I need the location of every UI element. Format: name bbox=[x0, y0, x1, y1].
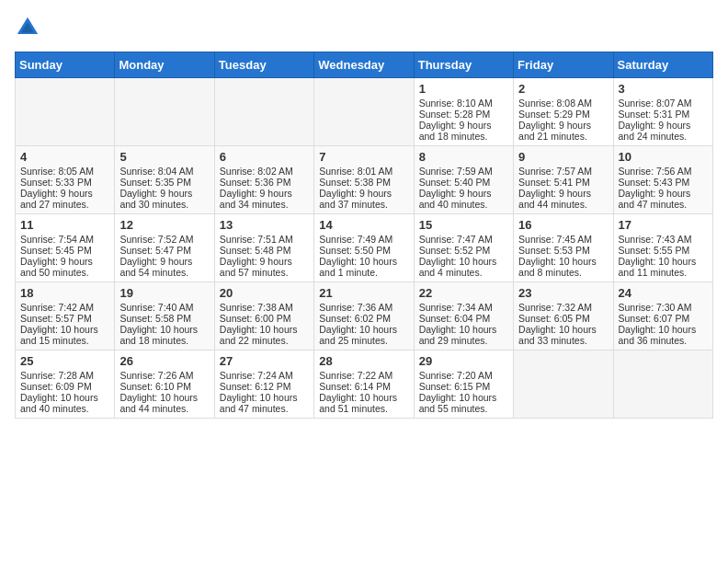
day-info: Sunrise: 7:54 AM bbox=[20, 234, 109, 245]
day-info: Sunset: 5:48 PM bbox=[220, 245, 309, 256]
day-info: Sunset: 6:14 PM bbox=[319, 381, 408, 392]
day-number: 1 bbox=[419, 82, 508, 96]
day-info: Sunset: 6:00 PM bbox=[220, 313, 309, 324]
calendar-week-5: 25Sunrise: 7:28 AMSunset: 6:09 PMDayligh… bbox=[16, 350, 713, 419]
day-info: Sunrise: 7:40 AM bbox=[119, 302, 209, 313]
calendar-cell: 6Sunrise: 8:02 AMSunset: 5:36 PMDaylight… bbox=[214, 146, 313, 214]
day-number: 24 bbox=[619, 286, 708, 300]
column-header-tuesday: Tuesday bbox=[214, 52, 313, 78]
day-info: Sunrise: 7:30 AM bbox=[619, 302, 708, 313]
day-number: 19 bbox=[119, 286, 209, 300]
calendar-week-1: 1Sunrise: 8:10 AMSunset: 5:28 PMDaylight… bbox=[16, 78, 713, 146]
day-info: Daylight: 10 hours and 40 minutes. bbox=[20, 392, 109, 414]
day-info: Daylight: 10 hours and 22 minutes. bbox=[220, 324, 309, 346]
calendar-cell: 8Sunrise: 7:59 AMSunset: 5:40 PMDaylight… bbox=[414, 146, 513, 214]
day-info: Sunrise: 7:42 AM bbox=[20, 302, 109, 313]
day-info: Daylight: 9 hours and 50 minutes. bbox=[20, 256, 109, 278]
column-header-saturday: Saturday bbox=[613, 52, 712, 78]
day-number: 4 bbox=[20, 150, 109, 164]
day-info: Sunset: 5:35 PM bbox=[119, 177, 209, 188]
day-info: Daylight: 10 hours and 47 minutes. bbox=[220, 392, 309, 414]
day-info: Daylight: 9 hours and 24 minutes. bbox=[619, 120, 708, 142]
day-info: Daylight: 10 hours and 11 minutes. bbox=[619, 256, 708, 278]
day-info: Sunset: 5:28 PM bbox=[419, 109, 508, 120]
day-info: Sunrise: 7:36 AM bbox=[319, 302, 408, 313]
calendar-cell bbox=[514, 350, 613, 419]
day-info: Sunset: 5:58 PM bbox=[119, 313, 209, 324]
day-number: 25 bbox=[20, 354, 109, 368]
day-info: Sunset: 6:02 PM bbox=[319, 313, 408, 324]
calendar-cell: 4Sunrise: 8:05 AMSunset: 5:33 PMDaylight… bbox=[16, 146, 115, 214]
day-info: Sunrise: 7:56 AM bbox=[619, 166, 708, 177]
day-info: Daylight: 10 hours and 4 minutes. bbox=[419, 256, 508, 278]
day-info: Sunrise: 7:20 AM bbox=[419, 370, 508, 381]
day-info: Sunset: 5:43 PM bbox=[619, 177, 708, 188]
calendar-cell: 9Sunrise: 7:57 AMSunset: 5:41 PMDaylight… bbox=[514, 146, 613, 214]
day-info: Sunset: 6:15 PM bbox=[419, 381, 508, 392]
day-info: Daylight: 10 hours and 44 minutes. bbox=[119, 392, 209, 414]
calendar-cell: 2Sunrise: 8:08 AMSunset: 5:29 PMDaylight… bbox=[514, 78, 613, 146]
calendar-cell: 1Sunrise: 8:10 AMSunset: 5:28 PMDaylight… bbox=[414, 78, 513, 146]
day-number: 27 bbox=[220, 354, 309, 368]
day-info: Sunrise: 7:52 AM bbox=[119, 234, 209, 245]
day-info: Sunset: 6:10 PM bbox=[119, 381, 209, 392]
day-info: Sunrise: 7:51 AM bbox=[220, 234, 309, 245]
day-info: Sunset: 6:09 PM bbox=[20, 381, 109, 392]
calendar-cell: 26Sunrise: 7:26 AMSunset: 6:10 PMDayligh… bbox=[115, 350, 214, 419]
day-info: Sunset: 5:41 PM bbox=[518, 177, 608, 188]
day-info: Sunrise: 7:22 AM bbox=[319, 370, 408, 381]
day-number: 7 bbox=[319, 150, 408, 164]
day-number: 23 bbox=[518, 286, 608, 300]
day-number: 9 bbox=[518, 150, 608, 164]
day-info: Daylight: 10 hours and 25 minutes. bbox=[319, 324, 408, 346]
day-info: Daylight: 9 hours and 21 minutes. bbox=[518, 120, 608, 142]
calendar-cell: 19Sunrise: 7:40 AMSunset: 5:58 PMDayligh… bbox=[115, 282, 214, 350]
day-info: Daylight: 9 hours and 34 minutes. bbox=[220, 188, 309, 210]
calendar-cell: 12Sunrise: 7:52 AMSunset: 5:47 PMDayligh… bbox=[115, 214, 214, 282]
column-header-monday: Monday bbox=[115, 52, 214, 78]
day-info: Sunset: 5:45 PM bbox=[20, 245, 109, 256]
day-info: Sunrise: 8:02 AM bbox=[220, 166, 309, 177]
day-info: Daylight: 9 hours and 54 minutes. bbox=[119, 256, 209, 278]
day-info: Sunrise: 8:07 AM bbox=[619, 98, 708, 109]
day-number: 13 bbox=[220, 218, 309, 232]
day-info: Sunrise: 7:57 AM bbox=[518, 166, 608, 177]
calendar-cell: 10Sunrise: 7:56 AMSunset: 5:43 PMDayligh… bbox=[613, 146, 712, 214]
day-info: Sunrise: 7:59 AM bbox=[419, 166, 508, 177]
calendar-cell: 25Sunrise: 7:28 AMSunset: 6:09 PMDayligh… bbox=[16, 350, 115, 419]
day-info: Daylight: 9 hours and 27 minutes. bbox=[20, 188, 109, 210]
calendar-cell bbox=[16, 78, 115, 146]
logo-icon bbox=[15, 15, 40, 40]
calendar-cell: 5Sunrise: 8:04 AMSunset: 5:35 PMDaylight… bbox=[115, 146, 214, 214]
day-number: 29 bbox=[419, 354, 508, 368]
day-info: Sunrise: 7:28 AM bbox=[20, 370, 109, 381]
day-info: Daylight: 10 hours and 36 minutes. bbox=[619, 324, 708, 346]
day-number: 8 bbox=[419, 150, 508, 164]
day-info: Sunset: 6:05 PM bbox=[518, 313, 608, 324]
day-info: Daylight: 9 hours and 18 minutes. bbox=[419, 120, 508, 142]
calendar-cell: 16Sunrise: 7:45 AMSunset: 5:53 PMDayligh… bbox=[514, 214, 613, 282]
day-info: Daylight: 10 hours and 29 minutes. bbox=[419, 324, 508, 346]
day-info: Sunset: 6:12 PM bbox=[220, 381, 309, 392]
day-number: 11 bbox=[20, 218, 109, 232]
calendar-cell: 29Sunrise: 7:20 AMSunset: 6:15 PMDayligh… bbox=[414, 350, 513, 419]
calendar-cell bbox=[314, 78, 414, 146]
day-info: Sunset: 5:57 PM bbox=[20, 313, 109, 324]
calendar-cell: 11Sunrise: 7:54 AMSunset: 5:45 PMDayligh… bbox=[16, 214, 115, 282]
day-info: Sunrise: 7:24 AM bbox=[220, 370, 309, 381]
calendar-cell: 18Sunrise: 7:42 AMSunset: 5:57 PMDayligh… bbox=[16, 282, 115, 350]
calendar-cell: 15Sunrise: 7:47 AMSunset: 5:52 PMDayligh… bbox=[414, 214, 513, 282]
day-info: Sunrise: 7:32 AM bbox=[518, 302, 608, 313]
calendar-cell: 24Sunrise: 7:30 AMSunset: 6:07 PMDayligh… bbox=[613, 282, 712, 350]
day-info: Sunrise: 8:04 AM bbox=[119, 166, 209, 177]
day-info: Sunrise: 7:47 AM bbox=[419, 234, 508, 245]
day-number: 2 bbox=[518, 82, 608, 96]
day-info: Sunset: 5:36 PM bbox=[220, 177, 309, 188]
day-number: 10 bbox=[619, 150, 708, 164]
day-info: Sunset: 5:55 PM bbox=[619, 245, 708, 256]
day-info: Sunrise: 7:34 AM bbox=[419, 302, 508, 313]
day-info: Sunset: 5:33 PM bbox=[20, 177, 109, 188]
day-info: Daylight: 10 hours and 55 minutes. bbox=[419, 392, 508, 414]
calendar-week-2: 4Sunrise: 8:05 AMSunset: 5:33 PMDaylight… bbox=[16, 146, 713, 214]
calendar-cell: 14Sunrise: 7:49 AMSunset: 5:50 PMDayligh… bbox=[314, 214, 414, 282]
